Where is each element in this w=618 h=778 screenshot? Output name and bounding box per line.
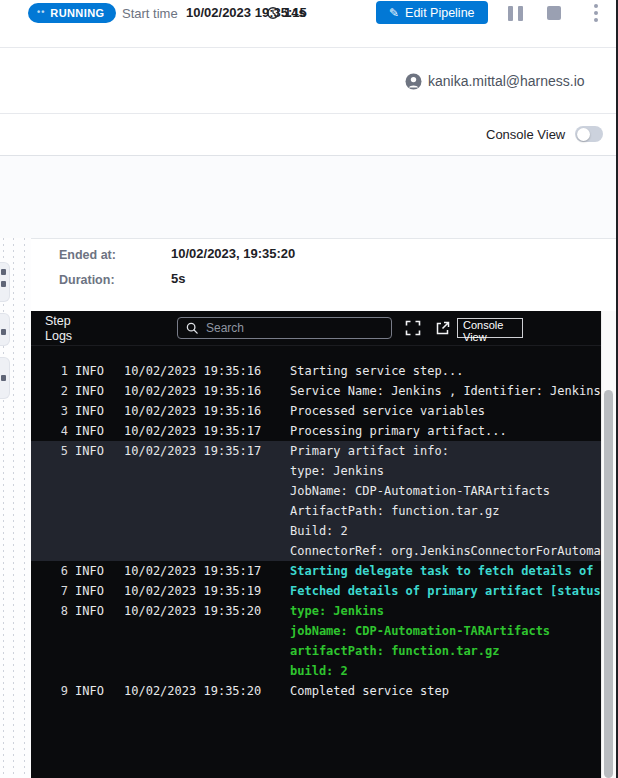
log-list: 1INFO10/02/2023 19:35:16Starting service…	[31, 351, 601, 701]
edit-pipeline-button[interactable]: ✎ Edit Pipeline	[376, 1, 488, 24]
stage-card-fragment[interactable]	[0, 313, 10, 346]
log-line: 9INFO10/02/2023 19:35:20Completed servic…	[31, 681, 601, 701]
status-badge-label: RUNNING	[50, 7, 104, 19]
log-line: 8INFO10/02/2023 19:35:20type: Jenkins	[31, 601, 601, 621]
user-email: kanika.mittal@harness.io	[428, 73, 585, 89]
stage-card-fragment[interactable]	[0, 262, 10, 302]
console-view-button[interactable]: Console View	[457, 318, 523, 338]
console-header: Step Logs Console View	[31, 311, 601, 346]
pencil-icon: ✎	[389, 6, 399, 20]
pipeline-graph-strip	[0, 238, 32, 778]
console-view-row: Console View	[0, 114, 616, 156]
ended-at-value: 10/02/2023, 19:35:20	[171, 246, 295, 261]
log-line: 4INFO10/02/2023 19:35:17Processing prima…	[31, 421, 601, 441]
log-line: 3INFO10/02/2023 19:35:16Processed servic…	[31, 401, 601, 421]
log-search-input[interactable]	[204, 320, 383, 336]
ended-at-label: Ended at:	[59, 248, 116, 262]
status-badge: •• RUNNING	[28, 3, 116, 23]
running-dots-icon: ••	[37, 7, 45, 17]
log-line: artifactPath: function.tar.gz	[31, 641, 601, 661]
top-bar: •• RUNNING Start time 10/02/2023 19:35:1…	[0, 0, 616, 48]
account-row[interactable]: kanika.mittal@harness.io	[0, 48, 616, 114]
stage-card-fragment[interactable]	[0, 357, 10, 399]
pause-button[interactable]	[508, 6, 523, 21]
fullscreen-icon[interactable]	[405, 320, 421, 336]
log-line: build: 2	[31, 661, 601, 681]
console-view-toggle[interactable]	[575, 126, 603, 142]
step-logs-console: Step Logs Console View 1INFO10/02/2023 1…	[31, 311, 601, 778]
log-line: ArtifactPath: function.tar.gz	[31, 501, 601, 521]
scrollbar-thumb[interactable]	[604, 390, 613, 778]
kebab-menu-button[interactable]	[593, 4, 598, 24]
step-details-panel: Ended at: 10/02/2023, 19:35:20 Duration:…	[31, 238, 616, 312]
open-in-new-icon[interactable]	[435, 321, 450, 336]
clock-icon	[266, 6, 280, 20]
duration-value: 5s	[171, 271, 185, 286]
toggle-knob	[577, 128, 590, 141]
elapsed-time: 14s	[284, 5, 306, 20]
user-avatar-icon	[405, 73, 422, 90]
log-line: 7INFO10/02/2023 19:35:19Fetched details …	[31, 581, 601, 601]
duration-label: Duration:	[59, 273, 115, 287]
search-icon	[186, 322, 198, 334]
scrollbar-track[interactable]	[601, 311, 617, 778]
log-line: jobName: CDP-Automation-TARArtifacts	[31, 621, 601, 641]
stop-button[interactable]	[547, 6, 561, 20]
pipeline-graph-zone	[0, 156, 616, 238]
log-line: 6INFO10/02/2023 19:35:17Starting delegat…	[31, 561, 601, 581]
log-line: Build: 2	[31, 521, 601, 541]
console-view-label: Console View	[486, 127, 565, 142]
console-title: Step Logs	[45, 314, 89, 344]
start-time-label: Start time	[122, 6, 178, 21]
log-line: 5INFO10/02/2023 19:35:17Primary artifact…	[31, 441, 601, 461]
log-search-box[interactable]	[177, 317, 392, 339]
log-line: type: Jenkins	[31, 461, 601, 481]
edit-pipeline-label: Edit Pipeline	[405, 6, 475, 20]
log-line: 1INFO10/02/2023 19:35:16Starting service…	[31, 361, 601, 381]
log-line: 2INFO10/02/2023 19:35:16Service Name: Je…	[31, 381, 601, 401]
log-line: ConnectorRef: org.JenkinsConnectorForAut…	[31, 541, 601, 561]
log-line: JobName: CDP-Automation-TARArtifacts	[31, 481, 601, 501]
